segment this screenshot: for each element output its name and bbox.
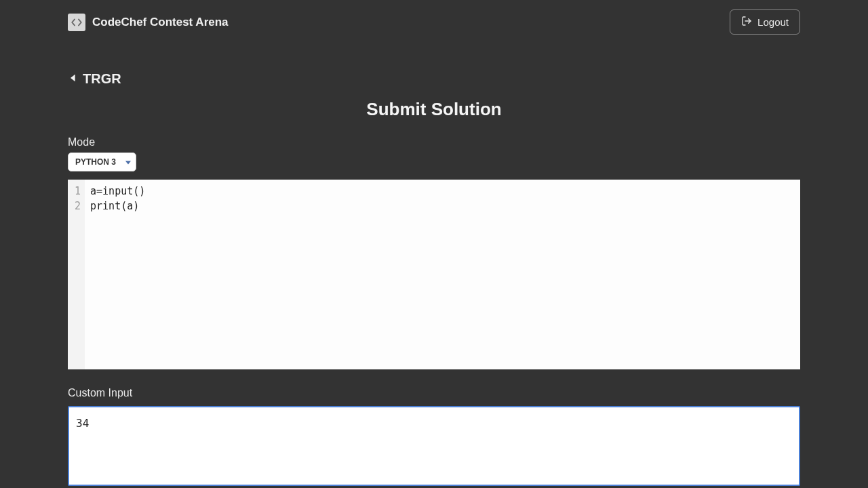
back-label: TRGR <box>83 71 121 87</box>
code-editor[interactable]: 1 2 a=input()print(a) <box>68 180 800 369</box>
mode-select[interactable]: PYTHON 3 <box>68 152 136 171</box>
back-icon <box>68 71 79 87</box>
back-link[interactable]: TRGR <box>68 71 121 87</box>
brand: CodeChef Contest Arena <box>68 14 229 31</box>
line-number: 1 <box>75 184 81 199</box>
code-line: a=input() <box>90 184 795 199</box>
logout-label: Logout <box>757 16 789 28</box>
custom-input-field[interactable] <box>68 406 800 486</box>
line-number: 2 <box>75 199 81 214</box>
mode-select-wrap: PYTHON 3 <box>68 152 136 171</box>
svg-marker-1 <box>71 75 75 82</box>
header: CodeChef Contest Arena Logout <box>68 0 800 44</box>
page-title: Submit Solution <box>68 99 800 120</box>
code-content[interactable]: a=input()print(a) <box>85 180 800 369</box>
logo-icon <box>68 14 85 31</box>
custom-input-section: Custom Input <box>68 387 800 488</box>
custom-input-label: Custom Input <box>68 387 800 399</box>
logout-button[interactable]: Logout <box>730 9 800 35</box>
logout-icon <box>741 16 752 28</box>
code-gutter: 1 2 <box>68 180 85 369</box>
mode-label: Mode <box>68 136 800 148</box>
code-line: print(a) <box>90 199 795 214</box>
brand-title: CodeChef Contest Arena <box>92 16 229 29</box>
mode-section: Mode PYTHON 3 <box>68 136 800 171</box>
